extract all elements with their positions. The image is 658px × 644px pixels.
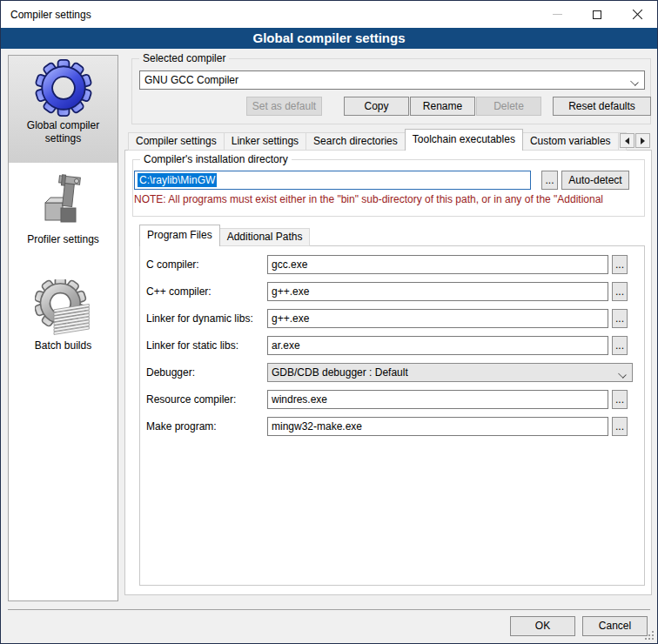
tab-scroll-left-button[interactable]	[620, 133, 634, 148]
close-icon	[632, 9, 643, 20]
field-label: C++ compiler:	[146, 282, 264, 301]
ok-button[interactable]: OK	[510, 616, 575, 636]
make-program-input[interactable]	[267, 417, 608, 436]
tab-scroll-right-button[interactable]	[635, 133, 650, 148]
triangle-right-icon	[641, 138, 645, 144]
field-label: C compiler:	[146, 255, 264, 274]
window-title: Compiler settings	[1, 9, 91, 21]
settings-sidebar: Global compiler settings Profiler sett	[8, 55, 118, 601]
browse-dynamic-linker-button[interactable]: ...	[612, 309, 628, 328]
debugger-select[interactable]: GDB/CDB debugger : Default	[267, 363, 633, 382]
browse-cpp-compiler-button[interactable]: ...	[612, 282, 628, 301]
installation-directory-input[interactable]: C:\raylib\MinGW	[134, 171, 531, 190]
auto-detect-button[interactable]: Auto-detect	[561, 171, 629, 190]
sidebar-item-profiler-settings[interactable]: Profiler settings	[9, 170, 118, 258]
browse-static-linker-button[interactable]: ...	[612, 336, 628, 355]
compiler-select[interactable]: GNU GCC Compiler	[139, 70, 645, 90]
sidebar-item-global-compiler-settings[interactable]: Global compiler settings	[9, 56, 118, 163]
gear-stack-icon	[9, 276, 118, 337]
field-label: Linker for dynamic libs:	[146, 309, 264, 328]
set-as-default-button[interactable]: Set as default	[246, 97, 322, 116]
tab-custom-variables[interactable]: Custom variables	[522, 132, 619, 151]
settings-tab-bar: Compiler settings Linker settings Search…	[128, 129, 617, 151]
minimize-button[interactable]	[537, 1, 577, 28]
rename-button[interactable]: Rename	[410, 97, 475, 116]
static-linker-input[interactable]	[267, 336, 608, 355]
cpp-compiler-input[interactable]	[267, 282, 608, 301]
chevron-down-icon	[619, 371, 626, 378]
minimize-icon	[553, 14, 562, 15]
group-label: Compiler's installation directory	[140, 153, 292, 165]
field-label: Debugger:	[146, 363, 264, 382]
caption-buttons	[537, 1, 657, 28]
browse-make-program-button[interactable]: ...	[612, 417, 628, 436]
title-bar[interactable]: Compiler settings	[1, 1, 657, 28]
selected-path-text: C:\raylib\MinGW	[138, 173, 217, 187]
field-label: Linker for static libs:	[146, 336, 264, 355]
field-label: Make program:	[146, 417, 264, 436]
tab-compiler-settings[interactable]: Compiler settings	[128, 132, 225, 151]
tab-toolchain-executables[interactable]: Toolchain executables	[405, 129, 523, 151]
sidebar-item-label: Global compiler settings	[9, 117, 118, 145]
compiler-select-value: GNU GCC Compiler	[144, 74, 238, 86]
reset-defaults-button[interactable]: Reset defaults	[553, 97, 651, 116]
resize-grip[interactable]	[652, 631, 654, 633]
selected-compiler-group: Selected compiler GNU GCC Compiler Set a…	[131, 58, 651, 124]
cancel-button[interactable]: Cancel	[582, 616, 648, 636]
caliper-icon	[9, 170, 118, 231]
browse-resource-compiler-button[interactable]: ...	[612, 390, 628, 409]
program-files-tab-bar: Program Files Additional Paths	[139, 225, 310, 246]
copy-button[interactable]: Copy	[344, 97, 409, 116]
triangle-left-icon	[625, 138, 629, 144]
maximize-icon	[593, 10, 601, 19]
dynamic-linker-input[interactable]	[267, 309, 608, 328]
tab-linker-settings[interactable]: Linker settings	[224, 132, 306, 151]
resource-compiler-input[interactable]	[267, 390, 608, 409]
tab-program-files[interactable]: Program Files	[139, 225, 220, 246]
tab-additional-paths[interactable]: Additional Paths	[219, 228, 311, 246]
compiler-settings-dialog: Compiler settings Global compiler settin…	[0, 0, 658, 644]
field-label: Resource compiler:	[146, 390, 264, 409]
c-compiler-input[interactable]	[267, 255, 608, 274]
browse-c-compiler-button[interactable]: ...	[612, 255, 628, 274]
tab-search-directories[interactable]: Search directories	[306, 132, 406, 151]
blue-gear-icon	[9, 56, 118, 117]
group-label: Selected compiler	[139, 52, 229, 64]
toolchain-executables-page: Compiler's installation directory C:\ray…	[124, 150, 652, 595]
debugger-select-value: GDB/CDB debugger : Default	[272, 366, 408, 379]
sidebar-item-batch-builds[interactable]: Batch builds	[9, 276, 118, 366]
page-title: Global compiler settings	[1, 28, 657, 49]
bin-subdirectory-note: NOTE: All programs must exist either in …	[134, 193, 634, 205]
delete-button[interactable]: Delete	[476, 97, 541, 116]
sidebar-item-label: Batch builds	[9, 337, 118, 352]
chevron-down-icon	[631, 78, 638, 85]
maximize-button[interactable]	[577, 1, 617, 28]
close-button[interactable]	[617, 1, 657, 28]
sidebar-item-label: Profiler settings	[9, 231, 118, 246]
tab-scroll-buttons	[620, 133, 650, 148]
footer-divider	[8, 609, 650, 610]
browse-directory-button[interactable]: ...	[541, 171, 558, 190]
